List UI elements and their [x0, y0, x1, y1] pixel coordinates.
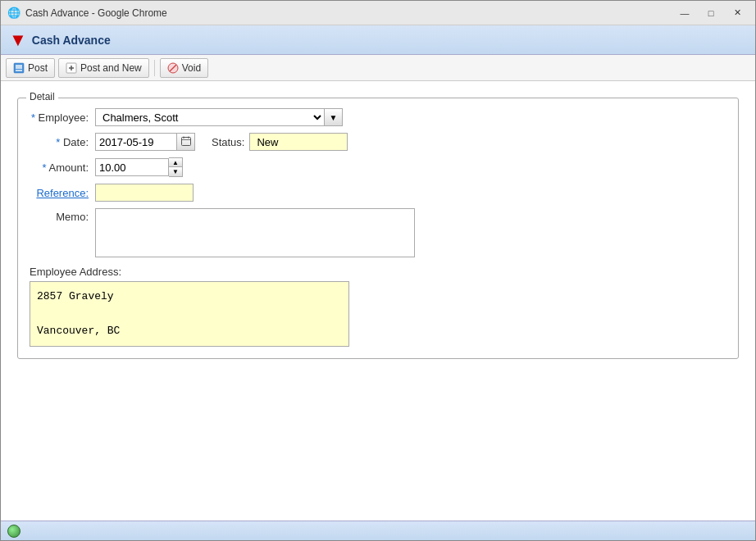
date-status-row: * Date:	[30, 133, 726, 151]
post-button[interactable]: Post	[6, 58, 55, 78]
employee-row: * Employee: Chalmers, Scott ▼	[30, 108, 726, 126]
main-content: Detail * Employee: Chalmers, Scott ▼ * D…	[1, 81, 755, 540]
app-title: Cash Advance	[32, 34, 111, 47]
post-icon	[13, 62, 25, 74]
reference-label: Reference:	[30, 187, 95, 199]
employee-dropdown-btn[interactable]: ▼	[325, 108, 343, 126]
address-line3: Vancouver, BC	[37, 325, 120, 337]
employee-label: * Employee:	[30, 111, 95, 124]
toolbar-separator	[154, 60, 155, 76]
void-button[interactable]: Void	[160, 58, 208, 78]
address-line1: 2857 Gravely	[37, 290, 114, 302]
status-indicator	[7, 525, 20, 538]
svg-rect-8	[181, 138, 190, 146]
amount-spinner: ▲ ▼	[169, 157, 183, 177]
toolbar: Post Post and New Void	[1, 55, 755, 81]
title-bar-left: 🌐 Cash Advance - Google Chrome	[7, 7, 167, 19]
post-and-new-button[interactable]: Post and New	[58, 58, 149, 78]
window-container: 🌐 Cash Advance - Google Chrome — □ ✕ ▼ C…	[0, 0, 756, 541]
amount-row: * Amount: ▲ ▼	[30, 157, 726, 177]
employee-select[interactable]: Chalmers, Scott	[95, 108, 325, 126]
required-star-amount: *	[43, 161, 49, 174]
status-value: New	[249, 133, 348, 151]
status-bar	[1, 521, 755, 540]
amount-spinner-up[interactable]: ▲	[169, 158, 182, 167]
title-bar-controls: — □ ✕	[673, 4, 749, 22]
app-header: ▼ Cash Advance	[1, 25, 755, 55]
group-box-legend: Detail	[26, 91, 58, 102]
calendar-icon	[181, 136, 191, 148]
status-label: Status:	[212, 136, 244, 148]
memo-textarea[interactable]	[95, 208, 415, 257]
memo-row: Memo:	[30, 208, 726, 257]
address-section: Employee Address: 2857 Gravely Vancouver…	[30, 266, 726, 347]
post-and-new-label: Post and New	[80, 62, 142, 74]
title-bar: 🌐 Cash Advance - Google Chrome — □ ✕	[1, 1, 755, 25]
post-label: Post	[28, 62, 48, 74]
svg-rect-1	[16, 65, 22, 69]
amount-input-wrap: ▲ ▼	[95, 157, 183, 177]
post-and-new-icon	[66, 62, 77, 74]
detail-group-box: Detail * Employee: Chalmers, Scott ▼ * D…	[17, 98, 739, 359]
date-label: * Date:	[30, 136, 95, 148]
required-star: *	[31, 111, 39, 124]
calendar-button[interactable]	[177, 133, 195, 151]
amount-spinner-down[interactable]: ▼	[169, 167, 182, 176]
browser-icon: 🌐	[7, 7, 20, 19]
down-arrow-icon: ▼	[9, 31, 27, 49]
employee-address-label: Employee Address:	[30, 266, 726, 278]
maximize-button[interactable]: □	[699, 4, 722, 22]
minimize-button[interactable]: —	[673, 4, 696, 22]
reference-link[interactable]: Reference:	[36, 187, 89, 199]
reference-row: Reference:	[30, 184, 726, 202]
svg-rect-2	[16, 70, 22, 71]
amount-label: * Amount:	[30, 161, 95, 174]
title-bar-title: Cash Advance - Google Chrome	[25, 7, 167, 19]
date-input-wrap	[95, 133, 195, 151]
employee-dropdown: Chalmers, Scott ▼	[95, 108, 343, 126]
address-box: 2857 Gravely Vancouver, BC	[30, 281, 349, 347]
chevron-down-icon: ▼	[330, 113, 338, 122]
void-icon	[167, 62, 179, 74]
date-input[interactable]	[95, 133, 177, 151]
required-star-date: *	[56, 136, 63, 148]
close-button[interactable]: ✕	[726, 4, 749, 22]
amount-input[interactable]	[95, 158, 169, 176]
reference-input[interactable]	[95, 184, 194, 202]
status-group: Status: New	[212, 133, 348, 151]
memo-label: Memo:	[30, 208, 95, 223]
void-label: Void	[182, 62, 201, 74]
